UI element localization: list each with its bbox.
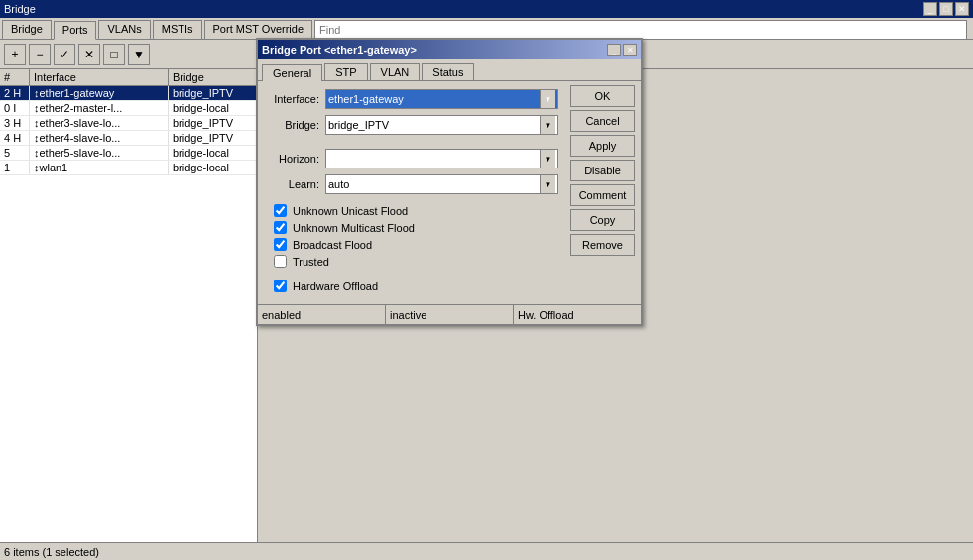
cell-id: 5 <box>0 146 30 160</box>
check-button[interactable]: ✓ <box>54 44 75 65</box>
trusted-label: Trusted <box>293 256 329 268</box>
dialog-status-hwoffload: Hw. Offload <box>514 305 641 324</box>
cell-interface: ↕wlan1 <box>30 161 169 174</box>
checkbox-row-broadcast: Broadcast Flood <box>266 238 558 251</box>
table-row[interactable]: 2 H ↕ether1-gateway bridge_IPTV <box>0 86 257 101</box>
dialog-tab-general[interactable]: General <box>262 64 322 81</box>
square-button[interactable]: □ <box>103 44 125 65</box>
copy-button[interactable]: Copy <box>570 209 635 231</box>
table-header: # Interface Bridge <box>0 69 257 86</box>
trusted-checkbox[interactable] <box>274 255 287 268</box>
find-input[interactable] <box>314 20 967 40</box>
table-row[interactable]: 5 ↕ether5-slave-lo... bridge-local <box>0 146 257 161</box>
learn-value: auto <box>328 178 349 190</box>
col-header-bridge: Bridge <box>169 69 258 85</box>
horizon-control: ▼ <box>325 149 558 168</box>
dialog-minimize-button[interactable]: _ <box>607 44 621 56</box>
checkbox-row-multicast: Unknown Multicast Flood <box>266 221 558 234</box>
dialog-tab-vlan[interactable]: VLAN <box>370 63 421 80</box>
tab-mstis[interactable]: MSTIs <box>153 20 202 39</box>
table-row[interactable]: 1 ↕wlan1 bridge-local <box>0 161 257 175</box>
dialog-tab-status[interactable]: Status <box>422 63 474 80</box>
multicast-flood-label: Unknown Multicast Flood <box>293 222 415 234</box>
hw-offload-label: Hardware Offload <box>293 280 378 292</box>
dialog-tab-stp[interactable]: STP <box>324 63 367 80</box>
cell-id: 3 H <box>0 116 30 130</box>
add-button[interactable]: + <box>4 44 26 65</box>
multicast-flood-checkbox[interactable] <box>274 221 287 234</box>
dialog-tabs: General STP VLAN Status <box>258 59 641 81</box>
interface-control: ether1-gateway ▼ <box>325 89 558 109</box>
learn-label: Learn: <box>266 178 325 190</box>
status-bar: 6 items (1 selected) <box>0 542 973 560</box>
ok-button[interactable]: OK <box>570 85 635 107</box>
cell-id: 2 H <box>0 86 30 100</box>
horizon-label: Horizon: <box>266 153 325 165</box>
broadcast-flood-label: Broadcast Flood <box>293 239 372 251</box>
table-row[interactable]: 4 H ↕ether4-slave-lo... bridge_IPTV <box>0 131 257 146</box>
close-button[interactable]: ✕ <box>955 2 969 16</box>
title-bar-controls: _ □ ✕ <box>923 2 969 16</box>
interface-value: ether1-gateway <box>328 93 404 105</box>
menu-tabs: Bridge Ports VLANs MSTIs Port MST Overri… <box>0 18 973 40</box>
dialog-status-inactive: inactive <box>386 305 514 324</box>
tab-bridge[interactable]: Bridge <box>2 20 52 39</box>
interface-label: Interface: <box>266 93 325 105</box>
horizon-dropdown[interactable]: ▼ <box>325 149 558 168</box>
hw-offload-checkbox[interactable] <box>274 280 287 292</box>
broadcast-flood-checkbox[interactable] <box>274 238 287 251</box>
table-row[interactable]: 3 H ↕ether3-slave-lo... bridge_IPTV <box>0 116 257 131</box>
dialog-title: Bridge Port <ether1-gateway> <box>262 44 417 56</box>
filter-button[interactable]: ▼ <box>128 44 150 65</box>
bridge-port-dialog: Bridge Port <ether1-gateway> _ ✕ General… <box>256 38 643 326</box>
unicast-flood-checkbox[interactable] <box>274 204 287 217</box>
main-window: Bridge Ports VLANs MSTIs Port MST Overri… <box>0 18 973 560</box>
cell-id: 0 I <box>0 101 30 115</box>
form-row-interface: Interface: ether1-gateway ▼ <box>266 89 558 109</box>
ports-table: # Interface Bridge 2 H ↕ether1-gateway b… <box>0 69 258 560</box>
interface-dropdown-arrow[interactable]: ▼ <box>540 90 555 108</box>
cell-bridge: bridge-local <box>169 101 258 115</box>
learn-dropdown-arrow[interactable]: ▼ <box>540 175 555 193</box>
learn-dropdown[interactable]: auto ▼ <box>325 174 558 194</box>
cell-id: 4 H <box>0 131 30 145</box>
bridge-value: bridge_IPTV <box>328 119 389 131</box>
bridge-dropdown[interactable]: bridge_IPTV ▼ <box>325 115 558 135</box>
tab-port-mst-override[interactable]: Port MST Override <box>204 20 313 39</box>
bridge-dropdown-arrow[interactable]: ▼ <box>540 116 555 134</box>
tab-vlans[interactable]: VLANs <box>98 20 150 39</box>
form-row-learn: Learn: auto ▼ <box>266 174 558 194</box>
cell-bridge: bridge_IPTV <box>169 131 258 145</box>
cell-interface: ↕ether4-slave-lo... <box>30 131 169 145</box>
x-button[interactable]: ✕ <box>78 44 100 65</box>
col-header-interface: Interface <box>30 69 169 85</box>
maximize-button[interactable]: □ <box>939 2 953 16</box>
horizon-dropdown-arrow[interactable]: ▼ <box>540 150 555 168</box>
cell-bridge: bridge-local <box>169 146 258 160</box>
unicast-flood-label: Unknown Unicast Flood <box>293 205 408 217</box>
checkbox-row-unicast: Unknown Unicast Flood <box>266 204 558 217</box>
status-text: 6 items (1 selected) <box>4 546 99 558</box>
comment-button[interactable]: Comment <box>570 184 635 206</box>
cell-interface: ↕ether3-slave-lo... <box>30 116 169 130</box>
cell-bridge: bridge_IPTV <box>169 86 258 100</box>
dialog-status-bar: enabled inactive Hw. Offload <box>258 304 641 324</box>
cancel-button[interactable]: Cancel <box>570 110 635 132</box>
remove-button[interactable]: − <box>29 44 51 65</box>
dialog-action-buttons: OK Cancel Apply Disable Comment Copy Rem… <box>566 81 641 304</box>
cell-interface: ↕ether5-slave-lo... <box>30 146 169 160</box>
dialog-content: Interface: ether1-gateway ▼ Bridge: brid… <box>258 81 641 304</box>
dialog-close-button[interactable]: ✕ <box>623 44 637 56</box>
minimize-button[interactable]: _ <box>923 2 937 16</box>
cell-bridge: bridge-local <box>169 161 258 174</box>
learn-control: auto ▼ <box>325 174 558 194</box>
tab-ports[interactable]: Ports <box>54 21 97 40</box>
table-row[interactable]: 0 I ↕ether2-master-l... bridge-local <box>0 101 257 116</box>
interface-dropdown[interactable]: ether1-gateway ▼ <box>325 89 558 109</box>
cell-id: 1 <box>0 161 30 174</box>
apply-button[interactable]: Apply <box>570 135 635 157</box>
disable-button[interactable]: Disable <box>570 160 635 181</box>
remove-button[interactable]: Remove <box>570 234 635 256</box>
bridge-control: bridge_IPTV ▼ <box>325 115 558 135</box>
form-row-bridge: Bridge: bridge_IPTV ▼ <box>266 115 558 135</box>
